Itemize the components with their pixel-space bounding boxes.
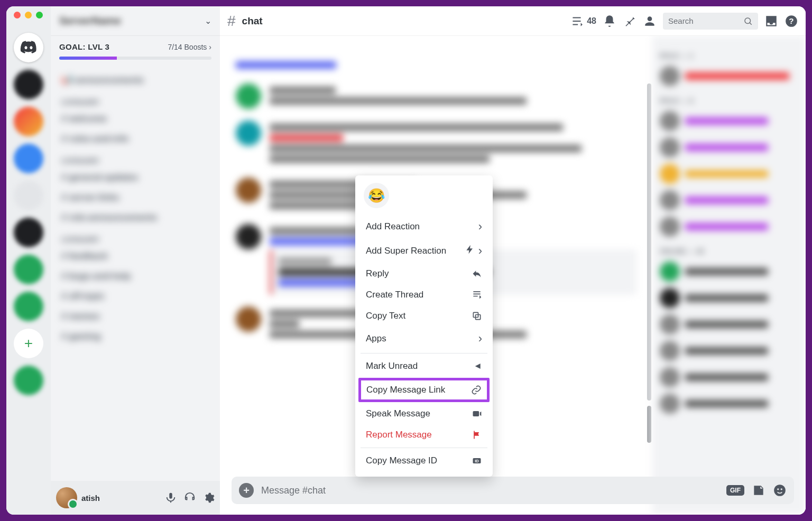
hash-icon: # bbox=[227, 13, 236, 30]
server-item[interactable] bbox=[14, 255, 43, 284]
svg-rect-8 bbox=[473, 411, 479, 416]
menu-separator bbox=[361, 448, 487, 448]
inbox-button[interactable] bbox=[764, 14, 778, 28]
menu-create-thread[interactable]: Create Thread bbox=[361, 284, 487, 305]
server-item[interactable] bbox=[14, 218, 43, 247]
app-window: + ServerName ⌄ GOAL: LVL 3 7/14 Boosts ›… bbox=[6, 6, 806, 515]
server-rail: + bbox=[6, 6, 51, 515]
mark-unread-icon bbox=[472, 361, 482, 371]
super-reaction-icon bbox=[465, 244, 482, 258]
settings-icon[interactable] bbox=[203, 492, 215, 504]
threads-button[interactable]: 48 bbox=[570, 14, 596, 28]
discord-logo-icon bbox=[20, 39, 38, 57]
chat-body: role — 1 role — 6 online — 40 + Messag bbox=[220, 36, 806, 515]
menu-mark-unread[interactable]: Mark Unread bbox=[361, 356, 487, 377]
server-item[interactable] bbox=[14, 292, 43, 321]
deafen-icon[interactable] bbox=[184, 492, 196, 504]
boost-count: 7/14 Boosts › bbox=[168, 43, 211, 51]
quick-reaction-emoji[interactable]: 😂 bbox=[364, 183, 389, 208]
inbox-icon bbox=[764, 14, 778, 28]
server-item[interactable] bbox=[14, 107, 43, 136]
message-input-placeholder: Message #chat bbox=[261, 485, 719, 496]
sticker-button[interactable] bbox=[752, 483, 765, 497]
svg-point-3 bbox=[774, 485, 786, 496]
close-window-button[interactable] bbox=[14, 12, 21, 18]
maximize-window-button[interactable] bbox=[36, 12, 43, 18]
add-server-button[interactable]: + bbox=[14, 329, 43, 358]
copy-icon bbox=[472, 311, 482, 321]
emoji-button[interactable] bbox=[773, 483, 787, 497]
channel-name: chat bbox=[242, 15, 263, 27]
flag-icon bbox=[472, 430, 482, 440]
server-item[interactable] bbox=[14, 181, 43, 210]
menu-add-reaction[interactable]: Add Reaction bbox=[361, 215, 487, 239]
help-icon: ? bbox=[785, 14, 798, 28]
username: atish bbox=[81, 494, 100, 503]
scrollbar-track[interactable] bbox=[647, 83, 651, 401]
link-icon bbox=[471, 385, 482, 395]
menu-copy-text[interactable]: Copy Text bbox=[361, 305, 487, 327]
menu-apps[interactable]: Apps bbox=[361, 327, 487, 351]
svg-point-0 bbox=[745, 18, 751, 24]
pinned-messages-button[interactable] bbox=[623, 14, 636, 28]
message-context-menu: 😂 Add Reaction Add Super Reaction Reply … bbox=[355, 175, 493, 477]
user-panel: atish bbox=[51, 481, 220, 515]
search-icon bbox=[743, 16, 753, 26]
channel-list[interactable]: 📢 announcements category # welcome # rul… bbox=[51, 64, 220, 481]
chevron-down-icon: ⌄ bbox=[205, 16, 211, 26]
menu-add-super-reaction[interactable]: Add Super Reaction bbox=[361, 239, 487, 263]
search-placeholder: Search bbox=[668, 16, 694, 25]
menu-reply[interactable]: Reply bbox=[361, 263, 487, 284]
boost-goal-label: GOAL: LVL 3 bbox=[59, 42, 109, 51]
gif-button[interactable]: GIF bbox=[726, 485, 744, 496]
message-input[interactable]: + Message #chat GIF bbox=[232, 477, 794, 504]
channel-topbar: # chat 48 Search ? bbox=[220, 6, 806, 36]
menu-separator bbox=[361, 353, 487, 353]
quick-reactions-row: 😂 bbox=[361, 181, 487, 215]
window-controls bbox=[14, 12, 43, 18]
pin-icon bbox=[623, 14, 636, 28]
menu-copy-message-id[interactable]: Copy Message ID ID bbox=[361, 450, 487, 471]
home-button[interactable] bbox=[14, 33, 43, 62]
menu-report-message[interactable]: Report Message bbox=[361, 424, 487, 445]
mute-icon[interactable] bbox=[165, 492, 177, 504]
id-icon: ID bbox=[472, 455, 482, 466]
member-list-toggle[interactable] bbox=[643, 14, 657, 28]
channel-sidebar: ServerName ⌄ GOAL: LVL 3 7/14 Boosts › 📢… bbox=[51, 6, 220, 515]
svg-point-4 bbox=[777, 488, 779, 490]
scrollbar-thumb[interactable] bbox=[647, 406, 651, 443]
search-input[interactable]: Search bbox=[663, 13, 758, 30]
server-name: ServerName bbox=[59, 15, 121, 27]
menu-copy-message-link[interactable]: Copy Message Link bbox=[358, 378, 490, 402]
main-content: # chat 48 Search ? bbox=[220, 6, 806, 515]
members-icon bbox=[643, 14, 657, 28]
server-header[interactable]: ServerName ⌄ bbox=[51, 6, 220, 36]
reply-icon bbox=[472, 268, 482, 279]
svg-text:ID: ID bbox=[475, 459, 479, 463]
threads-icon bbox=[570, 14, 584, 28]
boost-goal[interactable]: GOAL: LVL 3 7/14 Boosts › bbox=[51, 36, 220, 64]
help-button[interactable]: ? bbox=[785, 14, 798, 28]
boost-progress-bar bbox=[59, 57, 211, 60]
member-list[interactable]: role — 1 role — 6 online — 40 bbox=[652, 36, 806, 515]
server-item[interactable] bbox=[14, 144, 43, 173]
chevron-right-icon bbox=[478, 220, 482, 234]
thread-icon bbox=[472, 290, 482, 300]
notifications-button[interactable] bbox=[603, 14, 616, 28]
attachment-button[interactable]: + bbox=[239, 483, 254, 498]
menu-speak-message[interactable]: Speak Message bbox=[361, 403, 487, 424]
minimize-window-button[interactable] bbox=[25, 12, 32, 18]
server-item[interactable] bbox=[14, 70, 43, 99]
chevron-right-icon: › bbox=[209, 43, 211, 51]
speak-icon bbox=[472, 408, 482, 419]
svg-point-5 bbox=[781, 488, 782, 490]
bell-muted-icon bbox=[603, 14, 616, 28]
svg-text:?: ? bbox=[789, 16, 793, 25]
chevron-right-icon bbox=[478, 332, 482, 346]
user-avatar[interactable] bbox=[56, 487, 77, 508]
explore-servers-button[interactable] bbox=[14, 366, 43, 395]
